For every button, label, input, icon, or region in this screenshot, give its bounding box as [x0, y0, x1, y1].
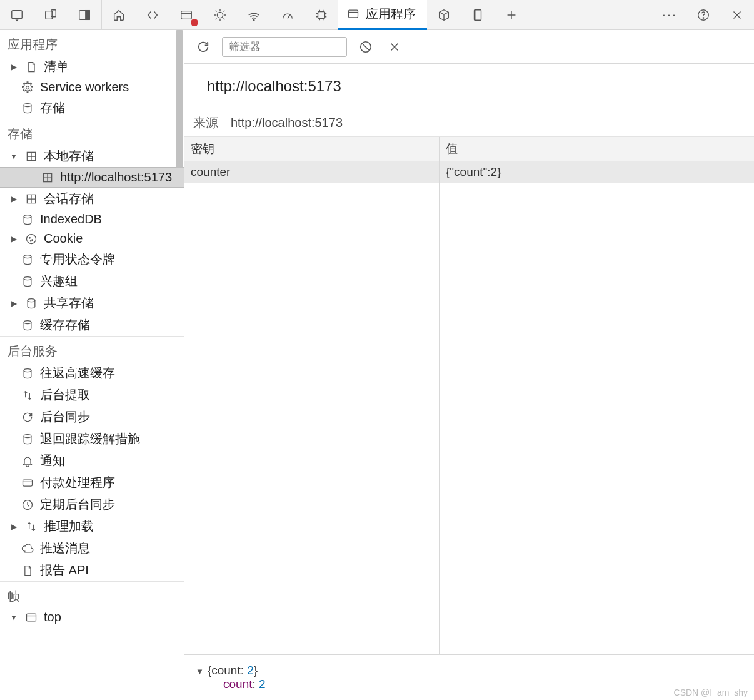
svg-rect-4: [86, 10, 89, 19]
watermark: CSDN @I_am_shy: [674, 687, 748, 697]
object-property-name: count: [223, 677, 252, 691]
sidebar-item-frame-top[interactable]: ▼top: [0, 607, 184, 627]
svg-point-27: [24, 368, 31, 372]
svg-point-7: [253, 19, 254, 21]
sidebar-item-reporting-api[interactable]: 报告 API: [0, 559, 184, 581]
svg-point-26: [24, 320, 31, 323]
object-property-value: 2: [259, 677, 266, 691]
svg-point-21: [32, 239, 33, 240]
object-preview[interactable]: ▼{count: 2} count: 2: [184, 655, 754, 700]
origin-title: http://localhost:5173: [184, 64, 754, 109]
close-devtools-icon[interactable]: [720, 0, 754, 30]
svg-point-14: [24, 103, 31, 106]
svg-point-13: [26, 86, 29, 89]
sidebar-item-bg-sync[interactable]: 后台同步: [0, 406, 184, 428]
welcome-tab-icon[interactable]: [102, 0, 136, 30]
elements-tab-icon[interactable]: [136, 0, 169, 30]
sidebar-item-manifest[interactable]: ▶清单: [0, 56, 184, 78]
memory-tab-icon[interactable]: [304, 0, 338, 30]
svg-point-28: [24, 434, 31, 437]
main-panel: http://localhost:5173 来源 http://localhos…: [184, 30, 754, 700]
storage-table: 密钥 值 counter {"count":2}: [184, 137, 754, 655]
network-tab-icon[interactable]: [237, 0, 271, 30]
more-tools-icon[interactable]: ···: [653, 0, 686, 30]
origin-label: 来源: [193, 114, 218, 131]
section-title-bgsvc: 后台服务: [0, 337, 184, 362]
3d-view-tab-icon[interactable]: [427, 0, 461, 30]
app-window-icon: [347, 8, 359, 20]
application-sidebar: 应用程序 ▶清单 Service workers 存储 存储 ▼本地存储 htt…: [0, 30, 184, 700]
svg-point-6: [217, 12, 223, 18]
filter-input[interactable]: [222, 37, 347, 57]
svg-rect-10: [475, 9, 481, 20]
scrollbar-thumb[interactable]: [176, 30, 183, 168]
expand-object-icon[interactable]: ▼: [196, 667, 204, 676]
section-title-frames: 帧: [0, 582, 184, 607]
sidebar-item-shared-storage[interactable]: ▶共享存储: [0, 292, 184, 314]
devtools-tabbar: 应用程序 ···: [0, 0, 754, 30]
sidebar-item-session-storage[interactable]: ▶会话存储: [0, 188, 184, 210]
svg-rect-0: [12, 10, 23, 18]
dock-side-icon[interactable]: [68, 0, 101, 30]
docs-tab-icon[interactable]: [461, 0, 495, 30]
sidebar-item-bounce-tracking[interactable]: 退回跟踪缓解措施: [0, 428, 184, 450]
sidebar-item-periodic-sync[interactable]: 定期后台同步: [0, 494, 184, 515]
storage-toolbar: [184, 30, 754, 64]
refresh-button[interactable]: [193, 37, 213, 57]
debugger-tab-icon[interactable]: [203, 0, 237, 30]
svg-rect-31: [27, 614, 36, 621]
svg-point-20: [29, 237, 31, 238]
svg-rect-8: [318, 11, 325, 18]
svg-point-24: [24, 276, 31, 280]
svg-rect-9: [349, 10, 358, 18]
table-row[interactable]: counter {"count":2}: [184, 161, 754, 183]
col-header-key[interactable]: 密钥: [184, 137, 440, 161]
sidebar-item-payment-handler[interactable]: 付款处理程序: [0, 472, 184, 494]
table-empty-area[interactable]: [184, 183, 754, 654]
sidebar-item-interest-groups[interactable]: 兴趣组: [0, 270, 184, 292]
section-title-app: 应用程序: [0, 30, 184, 56]
application-tab-label: 应用程序: [366, 6, 416, 23]
device-toggle-icon[interactable]: [34, 0, 68, 30]
sidebar-item-service-workers[interactable]: Service workers: [0, 78, 184, 97]
svg-point-23: [24, 255, 31, 258]
application-tab[interactable]: 应用程序: [338, 0, 427, 30]
svg-point-22: [30, 240, 31, 241]
clear-all-button[interactable]: [356, 37, 376, 57]
svg-point-12: [703, 17, 703, 18]
sidebar-item-speculative-loads[interactable]: ▶推理加载: [0, 515, 184, 537]
sidebar-item-indexeddb[interactable]: IndexedDB: [0, 210, 184, 229]
sidebar-item-push-messaging[interactable]: 推送消息: [0, 537, 184, 559]
svg-point-19: [27, 234, 36, 243]
inspect-icon[interactable]: [0, 0, 34, 30]
sidebar-item-storage[interactable]: 存储: [0, 97, 184, 119]
sources-tab-icon[interactable]: [169, 0, 203, 30]
col-header-value[interactable]: 值: [440, 137, 754, 161]
sidebar-item-bg-fetch[interactable]: 后台提取: [0, 384, 184, 406]
origin-value: http://localhost:5173: [231, 116, 343, 130]
sidebar-item-private-tokens[interactable]: 专用状态令牌: [0, 248, 184, 270]
performance-tab-icon[interactable]: [271, 0, 304, 30]
sidebar-item-local-storage-origin[interactable]: http://localhost:5173: [0, 167, 184, 188]
sidebar-item-cache-storage[interactable]: 缓存存储: [0, 314, 184, 336]
section-title-storage: 存储: [0, 119, 184, 145]
sidebar-item-notifications[interactable]: 通知: [0, 450, 184, 472]
cell-key[interactable]: counter: [184, 161, 440, 183]
help-icon[interactable]: [686, 0, 720, 30]
delete-selected-button[interactable]: [385, 37, 405, 57]
sidebar-item-cookie[interactable]: ▶Cookie: [0, 229, 184, 248]
svg-point-18: [24, 215, 31, 218]
new-tab-icon[interactable]: [495, 0, 528, 30]
sidebar-item-bf-cache[interactable]: 往返高速缓存: [0, 362, 184, 384]
svg-rect-29: [23, 480, 33, 486]
svg-rect-5: [181, 11, 192, 19]
sidebar-item-local-storage[interactable]: ▼本地存储: [0, 145, 184, 167]
origin-row: 来源 http://localhost:5173: [184, 109, 754, 137]
svg-point-25: [28, 298, 35, 302]
cell-value[interactable]: {"count":2}: [440, 161, 754, 183]
